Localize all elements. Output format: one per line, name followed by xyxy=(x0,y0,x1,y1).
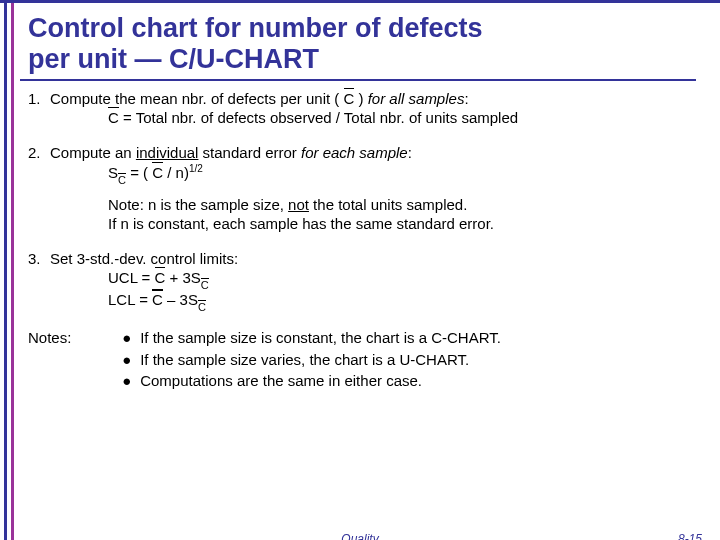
step-2-text-pre: Compute an xyxy=(50,144,136,161)
c-bar-subscript: C xyxy=(118,173,126,187)
c-bar-symbol: C xyxy=(155,268,166,287)
bullet-icon: ● xyxy=(122,350,140,369)
c-bar-subscript: C xyxy=(198,300,206,314)
step-2-notes: Note: n is the sample size, not the tota… xyxy=(108,195,696,233)
bullet-icon: ● xyxy=(122,328,140,347)
notes-section: Notes: ●If the sample size is constant, … xyxy=(28,328,696,392)
step-1-body: Compute the mean nbr. of defects per uni… xyxy=(50,89,680,127)
formula-exponent: 1/2 xyxy=(189,163,203,174)
vertical-rule-purple xyxy=(11,3,14,540)
title-line-2: per unit — C/U-CHART xyxy=(28,44,319,74)
step-1-formula: C = Total nbr. of defects observed / Tot… xyxy=(108,109,518,126)
formula-tail: / n) xyxy=(163,164,189,181)
c-bar-subscript: C xyxy=(201,278,209,292)
step-3: 3. Set 3-std.-dev. control limits: UCL =… xyxy=(28,249,696,312)
slide: Control chart for number of defects per … xyxy=(0,0,720,540)
step-3-line: Set 3-std.-dev. control limits: xyxy=(50,250,238,267)
step-3-body: Set 3-std.-dev. control limits: UCL = C … xyxy=(50,249,680,312)
title-line-1: Control chart for number of defects xyxy=(28,13,483,43)
step-2-body: Compute an individual standard error for… xyxy=(50,143,680,184)
step-1-text-pre: Compute the mean nbr. of defects per uni… xyxy=(50,90,344,107)
slide-title: Control chart for number of defects per … xyxy=(28,13,696,75)
step-1-colon: : xyxy=(464,90,468,107)
bullet-3: ●Computations are the same in either cas… xyxy=(122,371,682,390)
c-bar-symbol: C xyxy=(152,163,163,182)
note-line-1-pre: Note: n is the sample size, xyxy=(108,196,288,213)
bullet-1: ●If the sample size is constant, the cha… xyxy=(122,328,682,347)
footer-center: Quality xyxy=(341,532,378,540)
vertical-rule-blue xyxy=(4,3,7,540)
content-area: 1. Compute the mean nbr. of defects per … xyxy=(28,89,696,392)
ucl-mid: + 3S xyxy=(165,269,200,286)
step-2-number: 2. xyxy=(28,143,50,162)
note-not: not xyxy=(288,196,309,213)
step-1-italic: for all samples xyxy=(368,90,465,107)
step-2-formula: SC = ( C / n)1/2 xyxy=(108,164,203,181)
ucl-label: UCL = xyxy=(108,269,155,286)
c-bar-symbol: C xyxy=(108,108,119,127)
bullet-2: ●If the sample size varies, the chart is… xyxy=(122,350,682,369)
step-1-number: 1. xyxy=(28,89,50,108)
step-2-text-mid: standard error xyxy=(198,144,301,161)
c-bar-symbol: C xyxy=(152,290,163,309)
step-2-italic: for each sample xyxy=(301,144,408,161)
note-line-2: If n is constant, each sample has the sa… xyxy=(108,215,494,232)
formula-eq: = ( xyxy=(126,164,152,181)
lcl-label: LCL = xyxy=(108,291,152,308)
notes-label: Notes: xyxy=(28,328,88,347)
bullet-2-text: If the sample size varies, the chart is … xyxy=(140,351,469,368)
footer-page-number: 8-15 xyxy=(678,532,702,540)
step-3-number: 3. xyxy=(28,249,50,268)
title-underline xyxy=(20,79,696,81)
ucl-formula: UCL = C + 3SC xyxy=(108,269,209,286)
bullet-1-text: If the sample size is constant, the char… xyxy=(140,329,501,346)
note-line-1-post: the total units sampled. xyxy=(309,196,467,213)
notes-bullets: ●If the sample size is constant, the cha… xyxy=(122,328,682,392)
lcl-formula: LCL = C – 3SC xyxy=(108,291,206,308)
step-2-underline: individual xyxy=(136,144,199,161)
step-1: 1. Compute the mean nbr. of defects per … xyxy=(28,89,696,127)
bullet-icon: ● xyxy=(122,371,140,390)
step-2: 2. Compute an individual standard error … xyxy=(28,143,696,233)
c-bar-symbol: C xyxy=(344,89,355,108)
step-1-formula-text: = Total nbr. of defects observed / Total… xyxy=(119,109,518,126)
bullet-3-text: Computations are the same in either case… xyxy=(140,372,422,389)
formula-s: S xyxy=(108,164,118,181)
lcl-mid: – 3S xyxy=(163,291,198,308)
step-2-colon: : xyxy=(408,144,412,161)
step-1-text-post: ) xyxy=(354,90,367,107)
